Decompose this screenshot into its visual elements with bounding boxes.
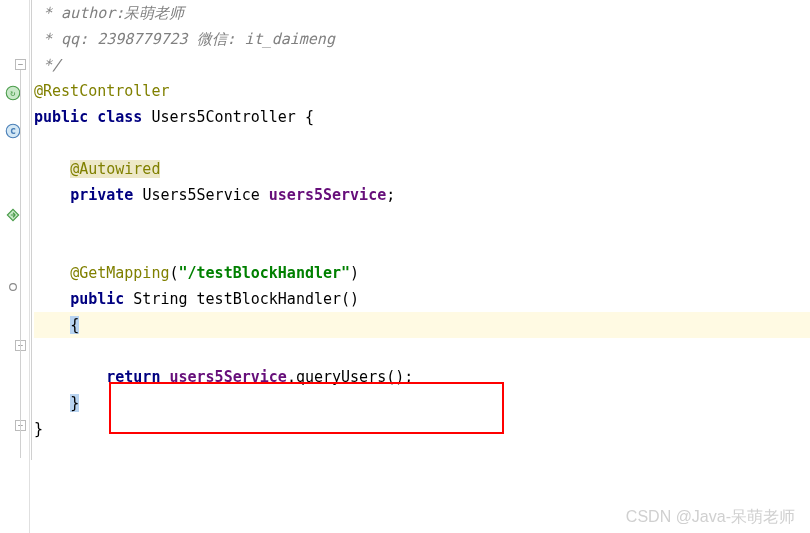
type-name: Users5Service — [142, 186, 259, 204]
type-name: String — [133, 290, 187, 308]
svg-text:c: c — [10, 125, 16, 136]
svg-text:↻: ↻ — [10, 88, 15, 98]
method-name: testBlockHandler — [197, 290, 342, 308]
class-name: Users5Controller — [151, 108, 296, 126]
keyword: public — [34, 108, 88, 126]
parens: () — [341, 290, 359, 308]
annotation: @RestController — [34, 82, 169, 100]
keyword: return — [106, 368, 160, 386]
fold-marker-icon[interactable]: − — [15, 59, 26, 70]
dot: . — [287, 368, 296, 386]
call-end: (); — [386, 368, 413, 386]
comment-text: * author:呆萌老师 — [34, 4, 184, 22]
watermark-text: CSDN @Java-呆萌老师 — [626, 507, 795, 528]
keyword: class — [97, 108, 142, 126]
gutter: − ↻ c − − — [0, 0, 30, 533]
brace: } — [70, 394, 79, 412]
annotation: @Autowired — [70, 160, 160, 178]
svg-point-4 — [10, 284, 17, 291]
method-call: queryUsers — [296, 368, 386, 386]
brace: } — [34, 420, 43, 438]
field-ref: users5Service — [169, 368, 286, 386]
keyword: public — [70, 290, 124, 308]
string-literal: "/testBlockHandler" — [179, 264, 351, 282]
comment-text: * qq: 2398779723 微信: it_daimeng — [34, 30, 335, 48]
code-editor[interactable]: − ↻ c − − * author:呆萌老师 * qq: 2398779723… — [0, 0, 810, 533]
brace: { — [296, 108, 314, 126]
field-name: users5Service — [269, 186, 386, 204]
code-area[interactable]: * author:呆萌老师 * qq: 2398779723 微信: it_da… — [30, 0, 810, 533]
brace: { — [70, 316, 79, 334]
paren: ( — [169, 264, 178, 282]
comment-text: */ — [34, 56, 61, 74]
keyword: private — [70, 186, 133, 204]
paren: ) — [350, 264, 359, 282]
semicolon: ; — [386, 186, 395, 204]
annotation: @GetMapping — [70, 264, 169, 282]
